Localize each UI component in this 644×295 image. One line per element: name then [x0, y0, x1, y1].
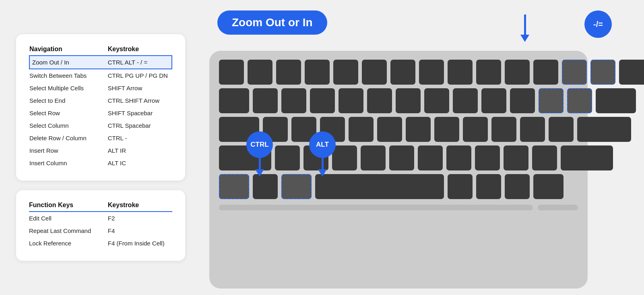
nav-row-7: Insert RowALT IR [29, 144, 172, 157]
nav-action-8: Insert Column [29, 157, 108, 169]
nav-col1-header: Navigation [29, 46, 108, 56]
key-ctrl-r [533, 174, 564, 199]
fn-row-0: Edit CellF2 [29, 212, 172, 224]
nav-action-0: Zoom Out / In [29, 56, 108, 69]
key-enter [596, 88, 636, 113]
nav-key-3: CTRL SHIFT Arrow [108, 94, 172, 107]
kb-bar-1 [219, 205, 533, 210]
left-panel: Navigation Keystroke Zoom Out / InCTRL A… [16, 34, 185, 261]
nav-row-1: Switch Between TabsCTRL PG UP / PG DN [29, 69, 172, 82]
nav-row-6: Delete Row / ColumnCTRL - [29, 132, 172, 144]
ctrl-indicator: CTRL [246, 131, 273, 177]
key-win [253, 174, 278, 199]
nav-key-0: CTRL ALT - / = [108, 56, 172, 69]
fn-key-1: F4 [108, 224, 172, 237]
key-c [332, 145, 357, 170]
key-n [418, 145, 443, 170]
key-slash [532, 145, 557, 170]
key-lb [539, 88, 564, 113]
key-h [406, 117, 431, 142]
key-f10 [505, 60, 530, 85]
nav-key-8: ALT IC [108, 157, 172, 169]
key-p [510, 88, 535, 113]
minus-eq-arrow-head [520, 35, 529, 42]
key-bksp [619, 60, 644, 85]
key-t [367, 88, 392, 113]
key-ctrl [219, 174, 249, 199]
fn-key-2: F4 (From Inside Cell) [108, 237, 172, 249]
nav-key-4: SHIFT Spacebar [108, 107, 172, 119]
keyboard-row-5 [219, 174, 578, 199]
nav-row-8: Insert ColumnALT IC [29, 157, 172, 169]
key-f4 [333, 60, 358, 85]
nav-key-5: CTRL Spacebar [108, 119, 172, 132]
nav-row-4: Select RowSHIFT Spacebar [29, 107, 172, 119]
key-j [434, 117, 459, 142]
function-keys-card: Function Keys Keystroke Edit CellF2Repea… [16, 190, 185, 261]
nav-row-5: Select ColumnCTRL Spacebar [29, 119, 172, 132]
alt-indicator: ALT [309, 131, 336, 177]
key-f11 [533, 60, 558, 85]
fn-col1-header: Function Keys [29, 202, 108, 212]
key-f5 [362, 60, 387, 85]
key-e [310, 88, 335, 113]
keyboard-body: CTRL ALT [209, 51, 588, 289]
navigation-card: Navigation Keystroke Zoom Out / InCTRL A… [16, 34, 185, 181]
keyboard-row-1 [219, 60, 578, 85]
key-f1 [248, 60, 272, 85]
minus-eq-arrow-shaft [524, 15, 526, 35]
function-keys-table: Function Keys Keystroke Edit CellF2Repea… [29, 202, 172, 249]
fn-key-0: F2 [108, 212, 172, 224]
alt-arrow-head [318, 169, 327, 177]
key-tab [219, 88, 249, 113]
key-i [453, 88, 478, 113]
key-m [446, 145, 471, 170]
key-minus [562, 60, 587, 85]
key-y [396, 88, 421, 113]
alt-arrow-shaft [322, 158, 324, 169]
nav-key-6: CTRL - [108, 132, 172, 144]
alt-badge: ALT [309, 131, 336, 158]
fn-row-1: Repeat Last CommandF4 [29, 224, 172, 237]
nav-action-3: Select to End [29, 94, 108, 107]
key-comma [475, 145, 500, 170]
keyboard-area: CTRL ALT [209, 47, 628, 280]
fn-row-2: Lock ReferenceF4 (From Inside Cell) [29, 237, 172, 249]
fn-action-2: Lock Reference [29, 237, 108, 249]
nav-action-2: Select Multiple Cells [29, 82, 108, 94]
right-panel: Zoom Out or In -/= [201, 10, 628, 285]
key-rb [567, 88, 592, 113]
nav-key-2: SHIFT Arrow [108, 82, 172, 94]
keyboard-bottom-bar [219, 205, 578, 210]
fn-action-0: Edit Cell [29, 212, 108, 224]
key-f3 [305, 60, 330, 85]
fn-col2-header: Keystroke [108, 202, 172, 212]
key-space [315, 174, 444, 199]
key-z [275, 145, 300, 170]
nav-row-3: Select to EndCTRL SHIFT Arrow [29, 94, 172, 107]
key-f [349, 117, 374, 142]
key-period [504, 145, 528, 170]
ctrl-arrow-head [255, 169, 264, 177]
key-q [253, 88, 278, 113]
fn-action-1: Repeat Last Command [29, 224, 108, 237]
key-fn [476, 174, 501, 199]
key-w [281, 88, 306, 113]
key-eq [590, 60, 615, 85]
minus-eq-indicator [520, 15, 529, 42]
nav-action-1: Switch Between Tabs [29, 69, 108, 82]
ctrl-badge: CTRL [246, 131, 273, 158]
nav-action-6: Delete Row / Column [29, 132, 108, 144]
minus-eq-badge: -/= [584, 10, 612, 38]
nav-row-2: Select Multiple CellsSHIFT Arrow [29, 82, 172, 94]
key-u [424, 88, 449, 113]
nav-col2-header: Keystroke [108, 46, 172, 56]
nav-action-5: Select Column [29, 119, 108, 132]
key-altgr [448, 174, 473, 199]
keyboard-row-2 [219, 88, 578, 113]
nav-row-0: Zoom Out / InCTRL ALT - / = [29, 56, 172, 69]
key-enter2 [577, 117, 631, 142]
nav-key-1: CTRL PG UP / PG DN [108, 69, 172, 82]
key-menu [505, 174, 530, 199]
nav-key-7: ALT IR [108, 144, 172, 157]
